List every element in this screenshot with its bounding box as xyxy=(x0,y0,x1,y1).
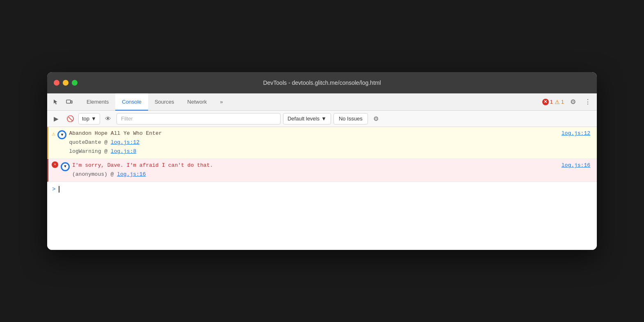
error-trace-line-1: (anonymous) @ log.js:16 xyxy=(72,170,594,179)
tab-more[interactable]: » xyxy=(213,93,229,111)
svg-rect-0 xyxy=(66,100,71,103)
error-row-icon: ✕ xyxy=(52,161,58,168)
warning-location-link[interactable]: log.js:12 xyxy=(562,130,590,136)
tab-sources[interactable]: Sources xyxy=(148,93,181,111)
warning-content: Abandon Hope All Ye Who Enter quoteDante… xyxy=(69,129,594,156)
clear-console-button[interactable]: 🚫 xyxy=(64,113,76,125)
error-location-link[interactable]: log.js:16 xyxy=(562,162,590,168)
toolbar-settings-button[interactable]: ⚙ xyxy=(370,113,382,125)
titlebar: DevTools - devtools.glitch.me/console/lo… xyxy=(47,72,597,93)
trace-line-1: quoteDante @ log.js:12 xyxy=(69,138,594,147)
console-toolbar: ▶ 🚫 top ▼ 👁 Default levels ▼ No Issues ⚙ xyxy=(47,111,597,127)
warning-count: ⚠ 1 xyxy=(555,99,564,105)
inspect-element-button[interactable] xyxy=(50,96,62,108)
no-issues-button[interactable]: No Issues xyxy=(333,113,368,125)
maximize-button[interactable] xyxy=(72,80,78,86)
error-location: log.js:16 xyxy=(562,162,590,168)
error-content: I'm sorry, Dave. I'm afraid I can't do t… xyxy=(72,161,594,179)
prompt-row[interactable]: > xyxy=(47,182,597,197)
tab-elements[interactable]: Elements xyxy=(80,93,115,111)
trace-link-2[interactable]: log.js:8 xyxy=(111,148,136,154)
console-row-error: ✕ ▼ I'm sorry, Dave. I'm afraid I can't … xyxy=(47,159,597,182)
error-trace-link-1[interactable]: log.js:16 xyxy=(117,171,146,177)
expand-error-button[interactable]: ▼ xyxy=(61,162,70,171)
tab-network[interactable]: Network xyxy=(181,93,214,111)
warning-location: log.js:12 xyxy=(562,130,590,136)
warning-icon: ⚠ xyxy=(52,129,55,138)
trace-line-2: logWarning @ log.js:8 xyxy=(69,147,594,156)
error-message: I'm sorry, Dave. I'm afraid I can't do t… xyxy=(72,161,594,170)
warning-trace: quoteDante @ log.js:12 logWarning @ log.… xyxy=(69,138,594,156)
tab-console[interactable]: Console xyxy=(115,93,148,111)
error-trace: (anonymous) @ log.js:16 xyxy=(72,170,594,179)
error-badge: ✕ 1 ⚠ 1 xyxy=(542,99,564,105)
filter-input[interactable] xyxy=(116,113,281,125)
run-snippet-button[interactable]: ▶ xyxy=(50,113,62,125)
trace-link-1[interactable]: log.js:12 xyxy=(111,139,139,145)
window-title: DevTools - devtools.glitch.me/console/lo… xyxy=(263,79,381,86)
error-icon: ✕ xyxy=(542,99,549,105)
svg-rect-1 xyxy=(71,101,72,103)
expand-warning-button[interactable]: ▼ xyxy=(57,130,66,139)
prompt-cursor xyxy=(59,186,59,193)
more-menu-button[interactable]: ⋮ xyxy=(582,96,594,108)
tab-bar: Elements Console Sources Network » ✕ 1 ⚠… xyxy=(47,93,597,111)
traffic-lights xyxy=(54,80,78,86)
devtools-icons xyxy=(50,93,80,110)
warning-message: Abandon Hope All Ye Who Enter xyxy=(69,129,594,138)
minimize-button[interactable] xyxy=(63,80,69,86)
console-row-warning: ⚠ ▼ Abandon Hope All Ye Who Enter quoteD… xyxy=(47,127,597,159)
levels-selector[interactable]: Default levels ▼ xyxy=(283,113,331,125)
settings-button[interactable]: ⚙ xyxy=(567,96,579,108)
tabbar-right: ✕ 1 ⚠ 1 ⚙ ⋮ xyxy=(542,93,594,110)
warning-icon: ⚠ xyxy=(555,99,560,105)
device-toggle-button[interactable] xyxy=(64,96,75,108)
close-button[interactable] xyxy=(54,80,59,86)
device-icon xyxy=(66,99,73,105)
eye-button[interactable]: 👁 xyxy=(103,113,114,125)
prompt-chevron: > xyxy=(52,186,55,193)
error-count: ✕ 1 xyxy=(542,99,553,105)
devtools-window: DevTools - devtools.glitch.me/console/lo… xyxy=(47,72,597,250)
context-selector[interactable]: top ▼ xyxy=(78,113,100,125)
console-area: ⚠ ▼ Abandon Hope All Ye Who Enter quoteD… xyxy=(47,127,597,250)
cursor-icon xyxy=(53,99,59,105)
